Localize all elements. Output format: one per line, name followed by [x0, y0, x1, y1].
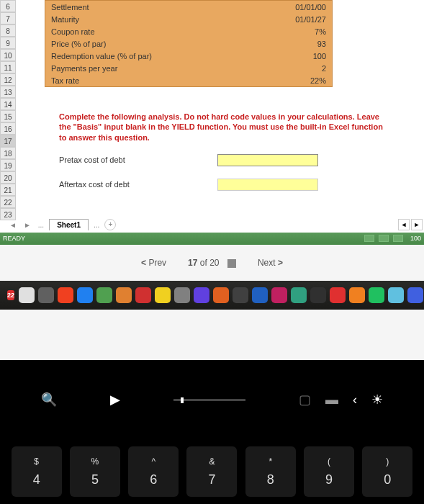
aftertax-input-cell[interactable] [217, 179, 318, 191]
row-header-14[interactable]: 14 [0, 98, 16, 110]
search-icon[interactable]: 🔍 [41, 392, 57, 408]
dock-app-icon[interactable] [233, 287, 248, 303]
dock-app-icon[interactable] [291, 287, 307, 303]
sheet-tab-active[interactable]: Sheet1 [49, 219, 89, 230]
data-row: Redemption value (% of par)100 [45, 50, 332, 62]
dock-app-icon[interactable] [252, 287, 268, 303]
row-header-21[interactable]: 21 [0, 184, 16, 196]
grid-icon[interactable] [227, 259, 236, 268]
data-row: Settlement01/01/00 [45, 1, 332, 13]
data-value: 01/01/27 [260, 15, 332, 24]
data-value: 100 [260, 52, 332, 60]
data-value: 7% [260, 27, 332, 36]
aftertax-label: Aftertax cost of debt [59, 179, 130, 191]
data-row: Tax rate22% [45, 74, 332, 86]
page-indicator: 17 of 20 [188, 258, 236, 268]
status-text: READY [3, 235, 25, 242]
row-header-10[interactable]: 10 [0, 49, 16, 61]
row-headers: 67891011121314151617181920212223 [0, 0, 16, 220]
data-row: Coupon rate7% [45, 25, 332, 37]
dock-app-icon[interactable] [96, 287, 112, 303]
row-header-9[interactable]: 9 [0, 37, 16, 49]
dock-app-icon[interactable] [349, 287, 365, 303]
key-0[interactable]: )0 [362, 446, 412, 497]
tab-nav-next[interactable]: ► [22, 221, 33, 229]
row-header-6[interactable]: 6 [0, 0, 16, 12]
add-sheet-button[interactable]: + [104, 219, 116, 230]
pretax-input-cell[interactable] [217, 154, 318, 166]
tb-control-icon2[interactable]: ▬ [325, 392, 338, 408]
key-4[interactable]: $4 [12, 446, 62, 497]
tb-control-icon[interactable]: ▢ [299, 392, 311, 408]
scroll-left-button[interactable]: ◄ [398, 219, 410, 230]
key-5[interactable]: %5 [70, 446, 120, 497]
instructions-text: Complete the following analysis. Do not … [59, 112, 390, 143]
back-icon[interactable]: ‹ [353, 392, 357, 408]
prev-button[interactable]: Prev [141, 258, 166, 268]
mac-dock: 22 [0, 281, 424, 310]
data-value: 2 [260, 64, 332, 73]
data-label: Coupon rate [45, 27, 260, 36]
key-6[interactable]: ^6 [128, 446, 179, 497]
horizontal-scroll: ◄ ► [288, 217, 424, 233]
dock-app-icon[interactable] [155, 287, 171, 303]
dock-app-icon[interactable] [116, 287, 132, 303]
question-nav: Prev 17 of 20 Next [0, 245, 424, 281]
dock-app-icon[interactable] [213, 287, 229, 303]
data-label: Settlement [45, 3, 260, 12]
view-layout-icon[interactable] [379, 235, 389, 242]
row-header-22[interactable]: 22 [0, 196, 16, 208]
dock-app-icon[interactable] [77, 287, 93, 303]
view-normal-icon[interactable] [364, 235, 374, 242]
touch-bar: 🔍 ▶ ▢ ▬ ‹ ☀ [0, 360, 424, 439]
data-value: 01/01/00 [260, 3, 332, 12]
data-value: 22% [260, 76, 332, 85]
key-7[interactable]: &7 [186, 446, 237, 497]
zoom-level[interactable]: 100 [410, 235, 421, 242]
row-header-8[interactable]: 8 [0, 24, 16, 37]
dock-app-icon[interactable] [194, 287, 209, 303]
tab-nav-ellipsis[interactable]: ... [91, 221, 102, 229]
row-header-18[interactable]: 18 [0, 147, 16, 159]
row-header-7[interactable]: 7 [0, 12, 16, 24]
dock-app-icon[interactable] [271, 287, 287, 303]
view-break-icon[interactable] [393, 235, 403, 242]
row-header-16[interactable]: 16 [0, 122, 16, 135]
next-button[interactable]: Next [258, 258, 283, 268]
row-header-15[interactable]: 15 [0, 110, 16, 122]
keyboard: $4%5^6&7*8(9)0 [0, 439, 424, 504]
row-header-12[interactable]: 12 [0, 73, 16, 86]
dock-app-icon[interactable] [135, 287, 151, 303]
brightness-icon[interactable]: ☀ [371, 392, 383, 408]
data-row: Price (% of par)93 [45, 37, 332, 50]
data-row: Payments per year2 [45, 62, 332, 74]
data-label: Price (% of par) [45, 40, 260, 48]
tab-nav-prev[interactable]: ◄ [7, 221, 19, 229]
row-header-17[interactable]: 17 [0, 135, 16, 147]
dock-app-icon[interactable] [330, 287, 346, 303]
spreadsheet: 67891011121314151617181920212223 Settlem… [0, 0, 424, 245]
dock-app-icon[interactable] [407, 287, 423, 303]
data-table: Settlement01/01/00Maturity01/01/27Coupon… [45, 0, 333, 87]
dock-app-icon[interactable] [174, 287, 190, 303]
row-header-19[interactable]: 19 [0, 159, 16, 171]
row-header-11[interactable]: 11 [0, 61, 16, 73]
row-header-13[interactable]: 13 [0, 86, 16, 98]
dock-app-icon[interactable] [388, 287, 404, 303]
key-8[interactable]: *8 [245, 446, 296, 497]
dock-app-icon[interactable] [369, 287, 384, 303]
data-row: Maturity01/01/27 [45, 13, 332, 25]
slider[interactable] [173, 399, 245, 401]
dock-app-icon[interactable] [38, 287, 54, 303]
scroll-right-button[interactable]: ► [411, 219, 423, 230]
dock-app-icon[interactable] [58, 287, 73, 303]
data-label: Maturity [45, 15, 260, 24]
tab-nav-more[interactable]: ... [36, 221, 46, 229]
play-icon[interactable]: ▶ [110, 392, 120, 408]
status-bar: READY 100 [0, 233, 424, 243]
row-header-20[interactable]: 20 [0, 171, 16, 184]
key-9[interactable]: (9 [304, 446, 354, 497]
dock-app-icon[interactable] [19, 287, 35, 303]
data-label: Tax rate [45, 76, 260, 85]
dock-app-icon[interactable] [310, 287, 326, 303]
